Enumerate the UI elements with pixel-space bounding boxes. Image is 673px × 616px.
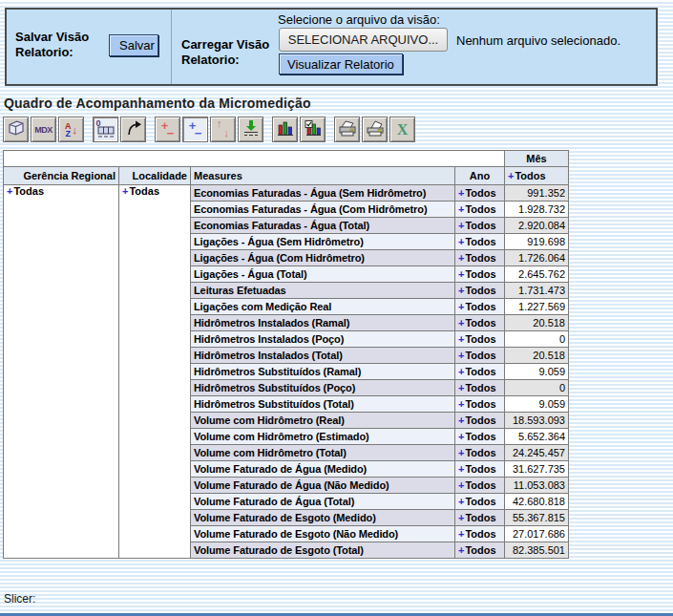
localidade-field-header[interactable]: Localidade bbox=[119, 167, 191, 185]
expand-red-button[interactable]: +− bbox=[155, 117, 180, 142]
expand-icon[interactable]: + bbox=[458, 268, 464, 280]
ano-filter-label: Todos bbox=[465, 236, 495, 247]
ano-filter-cell[interactable]: +Todos bbox=[455, 461, 505, 478]
drill-down-button[interactable] bbox=[238, 117, 263, 142]
ano-filter-cell[interactable]: +Todos bbox=[455, 478, 505, 494]
ano-filter-cell[interactable]: +Todos bbox=[455, 510, 505, 526]
expand-icon[interactable]: + bbox=[458, 317, 464, 329]
gerencia-row-header[interactable]: +Todas bbox=[4, 185, 119, 559]
ano-filter-cell[interactable]: +Todos bbox=[455, 185, 505, 202]
ano-filter-cell[interactable]: +Todos bbox=[455, 348, 505, 364]
ano-filter-cell[interactable]: +Todos bbox=[455, 380, 505, 396]
load-view-label: Carregar Visão Relatorio: bbox=[181, 37, 281, 68]
expand-icon[interactable]: + bbox=[458, 220, 464, 231]
expand-icon[interactable]: + bbox=[458, 187, 464, 199]
expand-icon[interactable]: + bbox=[458, 366, 464, 377]
expand-icon[interactable]: + bbox=[458, 252, 464, 264]
gerencia-field-header[interactable]: Gerência Regional bbox=[4, 167, 119, 185]
mes-filter-header[interactable]: +Todos bbox=[505, 167, 569, 185]
view-report-button[interactable]: Visualizar Relatorio bbox=[279, 53, 403, 74]
measures-field-header[interactable]: Measures bbox=[191, 167, 455, 185]
value-cell: 1.731.473 bbox=[505, 283, 569, 299]
measure-cell: Volume Faturado de Esgoto (Não Medido) bbox=[191, 526, 455, 542]
measure-cell: Ligações - Água (Sem Hidrômetro) bbox=[191, 234, 455, 250]
cube-icon bbox=[7, 118, 26, 140]
cube-icon-button[interactable] bbox=[3, 117, 29, 142]
bar-chart-options-button[interactable] bbox=[300, 117, 326, 142]
ano-filter-cell[interactable]: +Todos bbox=[455, 283, 505, 299]
measure-cell: Ligações - Água (Total) bbox=[191, 266, 455, 283]
file-status-text: Nenhum arquivo selecionado. bbox=[456, 33, 620, 48]
ano-field-header[interactable]: Ano bbox=[455, 167, 505, 185]
expand-icon[interactable]: + bbox=[7, 185, 12, 197]
expand-icon[interactable]: + bbox=[458, 236, 464, 247]
ano-filter-cell[interactable]: +Todos bbox=[455, 250, 505, 266]
expand-icon[interactable]: + bbox=[508, 170, 514, 181]
value-cell: 82.385.501 bbox=[505, 542, 569, 559]
save-button[interactable]: Salvar bbox=[109, 34, 158, 56]
move-up-down-button[interactable]: ↑↓ bbox=[210, 117, 236, 142]
ano-filter-label: Todos bbox=[465, 398, 495, 410]
collapse-blue-button[interactable]: +− bbox=[182, 117, 208, 142]
ano-filter-cell[interactable]: +Todos bbox=[455, 234, 505, 250]
slicer-label: Slicer: bbox=[4, 592, 35, 605]
ano-filter-label: Todos bbox=[465, 414, 495, 426]
expand-icon[interactable]: + bbox=[458, 414, 464, 426]
expand-icon[interactable]: + bbox=[458, 463, 464, 475]
expand-icon[interactable]: + bbox=[458, 479, 464, 491]
ano-filter-cell[interactable]: +Todos bbox=[455, 331, 505, 348]
expand-icon[interactable]: + bbox=[458, 350, 464, 361]
ano-filter-cell[interactable]: +Todos bbox=[455, 266, 505, 283]
print-preview-button[interactable] bbox=[362, 117, 388, 142]
ano-filter-cell[interactable]: +Todos bbox=[455, 218, 505, 234]
ano-filter-cell[interactable]: +Todos bbox=[455, 429, 505, 445]
expand-icon[interactable]: + bbox=[458, 496, 464, 507]
expand-icon[interactable]: + bbox=[458, 203, 464, 215]
expand-icon[interactable]: + bbox=[458, 512, 464, 523]
bar-chart-icon bbox=[277, 120, 294, 139]
ano-filter-label: Todos bbox=[465, 252, 495, 264]
ano-filter-cell[interactable]: +Todos bbox=[455, 364, 505, 380]
swap-axes-button[interactable] bbox=[120, 117, 146, 142]
measure-cell: Ligações com Medição Real bbox=[191, 299, 455, 315]
ano-filter-cell[interactable]: +Todos bbox=[455, 494, 505, 510]
mes-field-header[interactable]: Mês bbox=[505, 151, 569, 167]
measure-cell: Volume Faturado de Água (Total) bbox=[191, 494, 455, 510]
mdx-icon: MDX bbox=[34, 125, 53, 135]
ano-filter-cell[interactable]: +Todos bbox=[455, 299, 505, 315]
expand-icon[interactable]: + bbox=[458, 333, 464, 345]
ano-filter-cell[interactable]: +Todos bbox=[455, 542, 505, 559]
measure-cell: Volume com Hidrômetro (Total) bbox=[191, 445, 455, 461]
print-button[interactable] bbox=[334, 117, 360, 142]
ano-filter-cell[interactable]: +Todos bbox=[455, 526, 505, 542]
value-cell: 1.227.569 bbox=[505, 299, 569, 315]
expand-icon[interactable]: + bbox=[458, 382, 464, 393]
ano-filter-cell[interactable]: +Todos bbox=[455, 413, 505, 429]
expand-icon[interactable]: + bbox=[122, 185, 128, 197]
ano-filter-cell[interactable]: +Todos bbox=[455, 315, 505, 331]
mdx-button[interactable]: MDX bbox=[31, 117, 56, 142]
expand-icon[interactable]: + bbox=[458, 398, 464, 410]
ano-filter-cell[interactable]: +Todos bbox=[455, 396, 505, 413]
ano-filter-cell[interactable]: +Todos bbox=[455, 202, 505, 218]
select-file-button[interactable]: SELECIONAR ARQUIVO... bbox=[279, 28, 448, 52]
ano-filter-label: Todos bbox=[465, 431, 495, 442]
expand-icon[interactable]: + bbox=[458, 447, 464, 458]
suppress-zeros-button[interactable]: 0 bbox=[93, 117, 118, 142]
excel-export-button[interactable]: X bbox=[389, 117, 415, 142]
expand-icon[interactable]: + bbox=[458, 301, 464, 312]
expand-icon[interactable]: + bbox=[458, 285, 464, 296]
measure-cell: Volume com Hidrômetro (Real) bbox=[191, 413, 455, 429]
ano-filter-cell[interactable]: +Todos bbox=[455, 445, 505, 461]
value-cell: 5.652.364 bbox=[505, 429, 569, 445]
bar-chart-button[interactable] bbox=[272, 117, 298, 142]
ano-filter-label: Todos bbox=[465, 301, 495, 312]
value-cell: 20.518 bbox=[505, 348, 569, 364]
value-cell: 42.680.818 bbox=[505, 494, 569, 510]
sort-az-button[interactable]: AZ ↓ bbox=[58, 117, 84, 142]
expand-icon[interactable]: + bbox=[458, 544, 464, 556]
localidade-row-header[interactable]: +Todas bbox=[119, 185, 191, 559]
mes-filter-label: Todos bbox=[515, 170, 545, 181]
expand-icon[interactable]: + bbox=[458, 431, 464, 442]
expand-icon[interactable]: + bbox=[458, 528, 464, 540]
